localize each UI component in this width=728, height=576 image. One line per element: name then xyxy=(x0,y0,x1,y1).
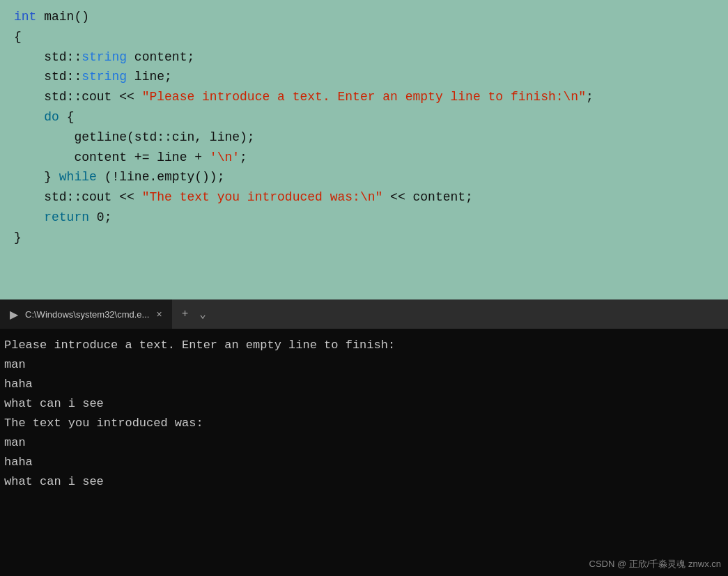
add-tab-button[interactable]: + xyxy=(178,305,193,323)
tab-actions: + ⌄ xyxy=(172,304,216,324)
code-token xyxy=(14,210,44,224)
code-line: content += line + '\n'; xyxy=(14,148,714,168)
close-tab-button[interactable]: × xyxy=(156,309,162,320)
terminal-line: what can i see xyxy=(4,472,724,492)
code-line: std::string content; xyxy=(14,47,714,68)
terminal-line: Please introduce a text. Enter an empty … xyxy=(4,336,724,355)
code-line: } xyxy=(14,228,714,248)
code-token: { xyxy=(14,30,22,44)
code-token xyxy=(14,110,44,124)
code-token: do xyxy=(44,110,59,124)
code-token: std::cout << xyxy=(14,190,142,204)
code-token: "Please introduce a text. Enter an empty… xyxy=(142,90,586,104)
code-token: return xyxy=(44,210,89,224)
terminal-line: haha xyxy=(4,453,724,472)
code-editor: int main(){ std::string content; std::st… xyxy=(0,0,728,299)
code-token: "The text you introduced was:\n" xyxy=(142,190,383,204)
terminal-content: Please introduce a text. Enter an empty … xyxy=(0,329,728,576)
code-token: line; xyxy=(127,70,172,84)
code-token: (!line.empty()); xyxy=(97,170,225,184)
code-line: return 0; xyxy=(14,208,714,228)
code-token: } xyxy=(14,231,22,244)
terminal-wrapper: ▶ C:\Windows\system32\cmd.e... × + ⌄ Ple… xyxy=(0,299,728,576)
code-token: int xyxy=(14,10,36,24)
code-line: getline(std::cin, line); xyxy=(14,127,714,148)
code-line: std::cout << "The text you introduced wa… xyxy=(14,187,714,208)
code-token: std:: xyxy=(14,50,82,64)
terminal-line: man xyxy=(4,433,724,453)
terminal-line: The text you introduced was: xyxy=(4,414,724,433)
terminal-tab-icon: ▶ xyxy=(10,308,18,321)
code-token: 0; xyxy=(89,210,111,224)
code-line: int main() xyxy=(14,7,714,27)
code-token: '\n' xyxy=(210,150,240,164)
code-token: std::cout << xyxy=(14,90,142,104)
terminal-line: what can i see xyxy=(4,394,724,414)
code-token: ; xyxy=(586,90,594,104)
code-token: } xyxy=(14,170,59,184)
code-line: std::string line; xyxy=(14,67,714,87)
code-token: { xyxy=(59,110,75,124)
code-token: main() xyxy=(36,10,89,24)
code-token: ; xyxy=(240,150,247,164)
code-line: std::cout << "Please introduce a text. E… xyxy=(14,87,714,107)
code-token: std:: xyxy=(14,70,82,84)
code-line: } while (!line.empty()); xyxy=(14,167,714,187)
code-line: do { xyxy=(14,107,714,127)
code-line: { xyxy=(14,27,714,47)
dropdown-button[interactable]: ⌄ xyxy=(195,304,210,324)
terminal-tab[interactable]: ▶ C:\Windows\system32\cmd.e... × xyxy=(0,299,172,329)
code-token: string xyxy=(82,70,127,84)
code-token: content; xyxy=(127,50,194,64)
code-token: string xyxy=(82,50,127,64)
watermark: CSDN @ 正欣/千淼灵魂 znwx.cn xyxy=(589,558,721,570)
code-token: content += line + xyxy=(14,150,210,164)
terminal-tab-label: C:\Windows\system32\cmd.e... xyxy=(25,309,149,320)
terminal-tab-bar: ▶ C:\Windows\system32\cmd.e... × + ⌄ xyxy=(0,299,728,329)
terminal-line: man xyxy=(4,355,724,375)
code-token: getline(std::cin, line); xyxy=(14,130,255,144)
code-token: << content; xyxy=(382,190,473,204)
code-token: while xyxy=(59,170,97,184)
terminal-line: haha xyxy=(4,375,724,394)
